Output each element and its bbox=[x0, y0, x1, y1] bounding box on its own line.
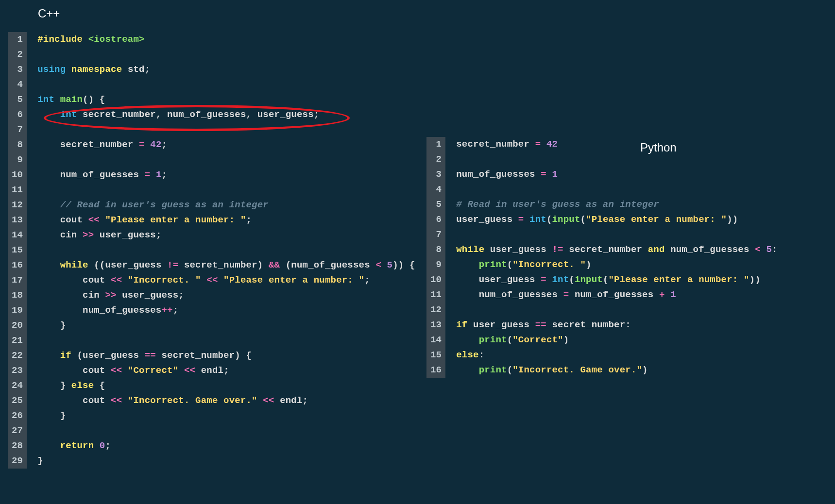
code-token: user_guess bbox=[456, 214, 518, 225]
code-token: ; bbox=[145, 64, 151, 75]
code-token: = bbox=[541, 274, 552, 285]
cpp-code-line: } bbox=[37, 318, 415, 333]
code-token: cin bbox=[37, 290, 105, 301]
code-token: user_guess bbox=[490, 244, 552, 255]
code-token: } bbox=[37, 410, 66, 421]
cpp-code-line: int secret_number, num_of_guesses, user_… bbox=[37, 107, 415, 122]
code-token: != bbox=[552, 244, 569, 255]
code-token: < bbox=[755, 244, 766, 255]
cpp-code-line: } bbox=[37, 408, 415, 423]
code-token: and bbox=[648, 244, 670, 255]
code-token: << bbox=[257, 395, 280, 406]
code-token: using bbox=[37, 64, 71, 75]
code-token: num_of_guesses bbox=[456, 169, 541, 180]
cpp-code-line: secret_number = 42; bbox=[37, 137, 415, 152]
cpp-line-number: 24 bbox=[12, 378, 23, 393]
cpp-code-line bbox=[37, 77, 415, 92]
code-token: while bbox=[60, 260, 94, 270]
code-token: secret_number bbox=[37, 139, 139, 150]
code-token: (num_of_guesses bbox=[286, 260, 376, 270]
cpp-code-line bbox=[37, 423, 415, 438]
code-token: input bbox=[575, 274, 603, 285]
cpp-line-number: 4 bbox=[12, 77, 23, 92]
python-code: secret_number = 42 num_of_guesses = 1 # … bbox=[445, 137, 777, 378]
python-code-line: else: bbox=[456, 348, 777, 363]
code-token: secret_number) bbox=[184, 260, 269, 270]
python-gutter: 12345678910111213141516 bbox=[426, 137, 445, 378]
python-line-number: 4 bbox=[430, 182, 442, 197]
python-line-number: 16 bbox=[430, 363, 442, 378]
code-token bbox=[37, 260, 60, 270]
code-token: } bbox=[37, 380, 71, 391]
code-token: int bbox=[60, 109, 83, 120]
code-token: 42 bbox=[546, 139, 558, 150]
code-token: ; bbox=[178, 290, 184, 301]
cpp-line-number: 28 bbox=[12, 438, 23, 454]
code-token: num_of_guesses bbox=[670, 244, 755, 255]
cpp-line-number: 11 bbox=[12, 183, 23, 198]
code-token: : bbox=[479, 350, 485, 360]
code-token: user_guess bbox=[473, 319, 535, 330]
code-token: return bbox=[60, 440, 100, 451]
python-code-line: user_guess = int(input("Please enter a n… bbox=[456, 212, 777, 227]
code-token: } bbox=[37, 320, 66, 331]
code-token: ; bbox=[364, 275, 370, 286]
code-token: << bbox=[111, 275, 128, 286]
cpp-code-line bbox=[37, 122, 415, 137]
code-token bbox=[37, 350, 60, 361]
python-code-line: while user_guess != secret_number and nu… bbox=[456, 242, 777, 257]
cpp-code-line bbox=[37, 152, 415, 168]
python-line-number: 10 bbox=[430, 272, 442, 287]
code-token: "Correct" bbox=[128, 365, 178, 376]
code-token: ( bbox=[580, 214, 586, 225]
python-code-line: print("Incorrect. ") bbox=[456, 257, 777, 272]
code-token: , bbox=[156, 109, 167, 120]
code-token: num_of_guesses bbox=[167, 109, 246, 120]
code-token: cout bbox=[37, 365, 111, 376]
python-line-number: 14 bbox=[430, 333, 442, 348]
code-token: ; bbox=[105, 440, 111, 451]
code-token: "Incorrect. " bbox=[512, 259, 586, 270]
code-token: cout bbox=[37, 215, 88, 225]
python-code-line: print("Correct") bbox=[456, 333, 777, 348]
code-token bbox=[37, 109, 60, 120]
code-token: # Read in user's guess as an integer bbox=[456, 199, 659, 210]
code-token: int bbox=[529, 214, 546, 225]
code-token: else bbox=[71, 380, 100, 391]
code-token: ( bbox=[507, 365, 513, 375]
cpp-line-number: 21 bbox=[12, 333, 23, 348]
code-token: // Read in user's guess as an integer bbox=[60, 200, 269, 210]
cpp-line-number: 27 bbox=[12, 423, 23, 438]
code-token: "Incorrect. Game over." bbox=[128, 395, 257, 406]
code-token: : bbox=[772, 244, 778, 255]
code-token: ; bbox=[173, 305, 179, 316]
code-token: = bbox=[541, 169, 552, 180]
python-code-line bbox=[456, 302, 777, 318]
code-token: "Incorrect. " bbox=[128, 275, 201, 286]
code-token: ; bbox=[223, 365, 229, 376]
python-line-number: 9 bbox=[430, 257, 442, 272]
code-token: int bbox=[37, 94, 60, 105]
code-token: <iostream> bbox=[88, 34, 145, 45]
python-code-line: secret_number = 42 bbox=[456, 137, 777, 152]
cpp-code-line: while ((user_guess != secret_number) && … bbox=[37, 258, 415, 273]
cpp-code-line: #include <iostream> bbox=[37, 32, 415, 47]
cpp-line-number: 16 bbox=[12, 258, 23, 273]
code-token: )) { bbox=[392, 260, 415, 270]
code-token: << bbox=[88, 215, 105, 225]
python-line-number: 11 bbox=[430, 287, 442, 302]
python-line-number: 15 bbox=[430, 348, 442, 363]
code-token: + bbox=[659, 289, 670, 300]
python-code-line: num_of_guesses = 1 bbox=[456, 167, 777, 182]
cpp-code-line: cout << "Incorrect. " << "Please enter a… bbox=[37, 273, 415, 288]
code-token: cout bbox=[37, 275, 111, 286]
code-token: user_guess bbox=[100, 230, 156, 240]
code-token: #include bbox=[37, 34, 88, 45]
cpp-line-number: 22 bbox=[12, 348, 23, 363]
cpp-line-number: 6 bbox=[12, 107, 23, 122]
code-token: == bbox=[145, 350, 162, 361]
cpp-line-number: 7 bbox=[12, 122, 23, 137]
code-token: ((user_guess bbox=[94, 260, 167, 270]
python-code-line: user_guess = int(input("Please enter a n… bbox=[456, 272, 777, 287]
code-token: ++ bbox=[161, 305, 172, 316]
